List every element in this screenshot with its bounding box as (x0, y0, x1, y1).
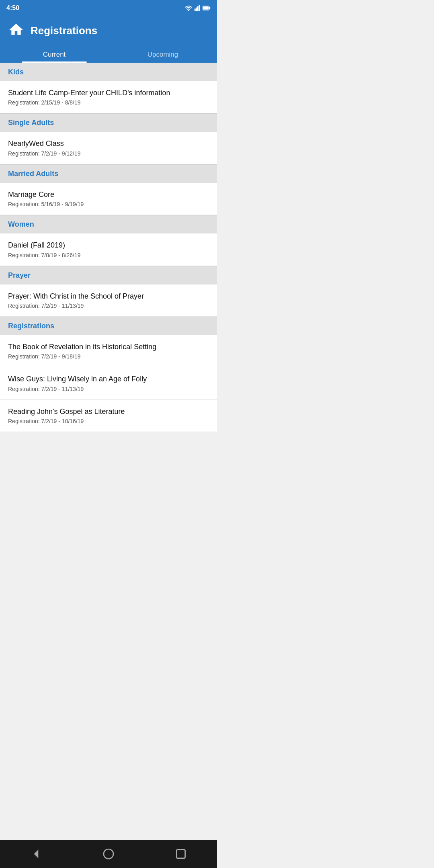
svg-rect-2 (196, 8, 197, 11)
status-icons (185, 5, 211, 11)
svg-rect-4 (199, 5, 200, 11)
list-item[interactable]: Daniel (Fall 2019) Registration: 7/8/19 … (0, 233, 217, 266)
header-title: Registrations (31, 25, 97, 37)
section-header-registrations: Registrations (0, 317, 217, 335)
list-item[interactable]: Reading John's Gospel as Literature Regi… (0, 400, 217, 432)
section-header-women: Women (0, 215, 217, 233)
signal-icon (194, 5, 200, 11)
list-item[interactable]: Student Life Camp-Enter your CHILD's inf… (0, 81, 217, 113)
list-item[interactable]: Marriage Core Registration: 5/16/19 - 9/… (0, 183, 217, 215)
wifi-icon (185, 5, 192, 11)
tab-upcoming[interactable]: Upcoming (108, 45, 217, 63)
content-list: Kids Student Life Camp-Enter your CHILD'… (0, 63, 217, 460)
tabs-bar: Current Upcoming (0, 45, 217, 63)
app-header: Registrations (0, 16, 217, 45)
svg-point-0 (188, 10, 189, 11)
svg-rect-6 (209, 7, 211, 9)
svg-rect-7 (203, 6, 209, 10)
section-header-single-adults: Single Adults (0, 113, 217, 132)
svg-rect-1 (194, 8, 196, 11)
list-item[interactable]: Wise Guys: Living Wisely in an Age of Fo… (0, 367, 217, 399)
svg-rect-3 (197, 6, 199, 11)
list-item[interactable]: NearlyWed Class Registration: 7/2/19 - 9… (0, 132, 217, 164)
status-bar: 4:50 (0, 0, 217, 16)
status-time: 4:50 (6, 4, 19, 12)
section-header-married-adults: Married Adults (0, 164, 217, 183)
home-icon[interactable] (8, 22, 24, 39)
section-header-kids: Kids (0, 63, 217, 81)
list-item[interactable]: The Book of Revelation in its Historical… (0, 335, 217, 367)
tab-current[interactable]: Current (0, 45, 108, 63)
section-header-prayer: Prayer (0, 266, 217, 285)
battery-icon (203, 6, 211, 10)
list-item[interactable]: Prayer: With Christ in the School of Pra… (0, 285, 217, 317)
